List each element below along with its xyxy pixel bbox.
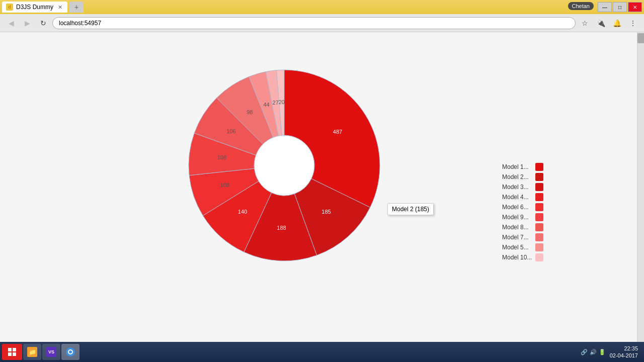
clock-time: 22:35 xyxy=(610,345,638,352)
pie-label-2: 188 xyxy=(277,225,286,231)
legend-label-2: Model 3... xyxy=(502,184,532,191)
legend-item-6: Model 8... xyxy=(502,223,543,231)
tab-close-button[interactable]: ✕ xyxy=(56,4,63,11)
legend-swatch-9 xyxy=(535,253,543,261)
battery-icon: 🔋 xyxy=(599,349,606,355)
pie-label-0: 487 xyxy=(333,129,342,135)
network-icon: 🔗 xyxy=(581,349,588,355)
extensions-button[interactable]: 🔌 xyxy=(594,16,608,30)
taskbar: 📁 VS 🔗 🔊 🔋 22:35 02-04-2017 xyxy=(0,342,644,362)
taskbar-app-chrome[interactable] xyxy=(61,344,79,360)
scrollbar[interactable] xyxy=(637,32,644,348)
legend-swatch-7 xyxy=(535,233,543,241)
chrome-icon xyxy=(65,347,75,357)
taskbar-system-icons: 🔗 🔊 🔋 xyxy=(581,349,606,355)
legend-swatch-0 xyxy=(535,163,543,171)
sync-button[interactable]: 🔔 xyxy=(610,16,624,30)
user-badge: Chetan xyxy=(568,2,594,10)
legend-item-4: Model 6... xyxy=(502,203,543,211)
taskbar-clock: 22:35 02-04-2017 xyxy=(610,345,638,359)
pie-label-9: 27 xyxy=(273,100,279,106)
legend-label-1: Model 2... xyxy=(502,173,532,180)
legend-label-6: Model 8... xyxy=(502,224,532,231)
chart-area: 48718518814010810810698442720 xyxy=(176,57,392,276)
close-button[interactable]: ✕ xyxy=(628,2,642,12)
legend-label-9: Model 10... xyxy=(502,254,532,261)
pie-label-7: 98 xyxy=(247,109,253,115)
legend-label-7: Model 7... xyxy=(502,234,532,241)
address-bar[interactable] xyxy=(52,17,576,29)
legend-label-8: Model 5... xyxy=(502,244,532,251)
taskbar-app-vs[interactable]: VS xyxy=(42,344,60,360)
vs-icon: VS xyxy=(46,347,56,357)
windows-icon xyxy=(8,348,16,356)
browser-tab[interactable]: d D3JS Dummy ✕ xyxy=(2,2,67,13)
pie-label-1: 185 xyxy=(321,209,331,215)
legend-swatch-2 xyxy=(535,183,543,191)
bookmark-button[interactable]: ☆ xyxy=(578,16,592,30)
legend-item-0: Model 1... xyxy=(502,163,543,171)
pie-label-5: 108 xyxy=(217,154,226,160)
legend-item-7: Model 7... xyxy=(502,233,543,241)
legend-item-3: Model 4... xyxy=(502,193,543,201)
pie-label-8: 44 xyxy=(263,102,269,108)
chart-tooltip: Model 2 (185) xyxy=(387,203,434,215)
window-controls: — □ ✕ xyxy=(598,2,642,12)
scrollbar-thumb[interactable] xyxy=(637,33,644,43)
new-tab-button[interactable]: + xyxy=(69,2,84,13)
legend-label-5: Model 9... xyxy=(502,214,532,221)
legend-label-4: Model 6... xyxy=(502,204,532,211)
legend-label-0: Model 1... xyxy=(502,163,532,170)
pie-label-10: 20 xyxy=(279,99,285,105)
minimize-button[interactable]: — xyxy=(598,2,612,12)
legend-item-5: Model 9... xyxy=(502,213,543,221)
page-content: 48718518814010810810698442720 Model 1...… xyxy=(0,32,644,348)
clock-date: 02-04-2017 xyxy=(610,352,638,359)
legend-swatch-6 xyxy=(535,223,543,231)
tab-title: D3JS Dummy xyxy=(16,4,53,11)
reload-button[interactable]: ↻ xyxy=(36,16,50,30)
maximize-button[interactable]: □ xyxy=(613,2,627,12)
title-bar: d D3JS Dummy ✕ + Chetan — □ ✕ xyxy=(0,0,644,14)
explorer-icon: 📁 xyxy=(27,347,37,357)
svg-point-2 xyxy=(69,350,72,353)
legend-swatch-1 xyxy=(535,173,543,181)
menu-button[interactable]: ⋮ xyxy=(626,16,640,30)
legend-label-3: Model 4... xyxy=(502,194,532,201)
volume-icon: 🔊 xyxy=(590,349,597,355)
legend-item-9: Model 10... xyxy=(502,253,543,261)
tab-favicon: d xyxy=(6,4,13,11)
forward-button[interactable]: ▶ xyxy=(20,16,34,30)
legend-item-8: Model 5... xyxy=(502,243,543,251)
start-button[interactable] xyxy=(2,344,22,360)
legend-swatch-5 xyxy=(535,213,543,221)
pie-label-3: 140 xyxy=(238,209,247,215)
pie-label-6: 106 xyxy=(226,128,235,134)
pie-label-4: 108 xyxy=(220,182,229,188)
legend-item-2: Model 3... xyxy=(502,183,543,191)
taskbar-right: 🔗 🔊 🔋 22:35 02-04-2017 xyxy=(581,345,642,359)
chart-legend: Model 1...Model 2...Model 3...Model 4...… xyxy=(502,163,543,263)
back-button[interactable]: ◀ xyxy=(4,16,18,30)
taskbar-app-explorer[interactable]: 📁 xyxy=(23,344,41,360)
legend-item-1: Model 2... xyxy=(502,173,543,181)
nav-icons: ☆ 🔌 🔔 ⋮ xyxy=(578,16,640,30)
legend-swatch-3 xyxy=(535,193,543,201)
legend-swatch-8 xyxy=(535,243,543,251)
pie-chart-svg: 48718518814010810810698442720 xyxy=(176,57,392,274)
donut-center xyxy=(255,136,313,195)
legend-swatch-4 xyxy=(535,203,543,211)
nav-bar: ◀ ▶ ↻ ☆ 🔌 🔔 ⋮ xyxy=(0,14,644,32)
